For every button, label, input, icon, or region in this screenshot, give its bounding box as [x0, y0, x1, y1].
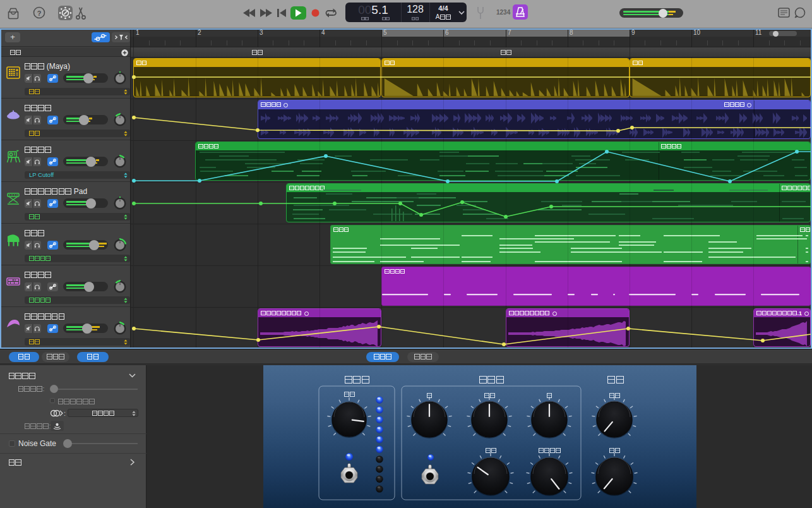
svg-text:?: ? — [37, 9, 42, 17]
